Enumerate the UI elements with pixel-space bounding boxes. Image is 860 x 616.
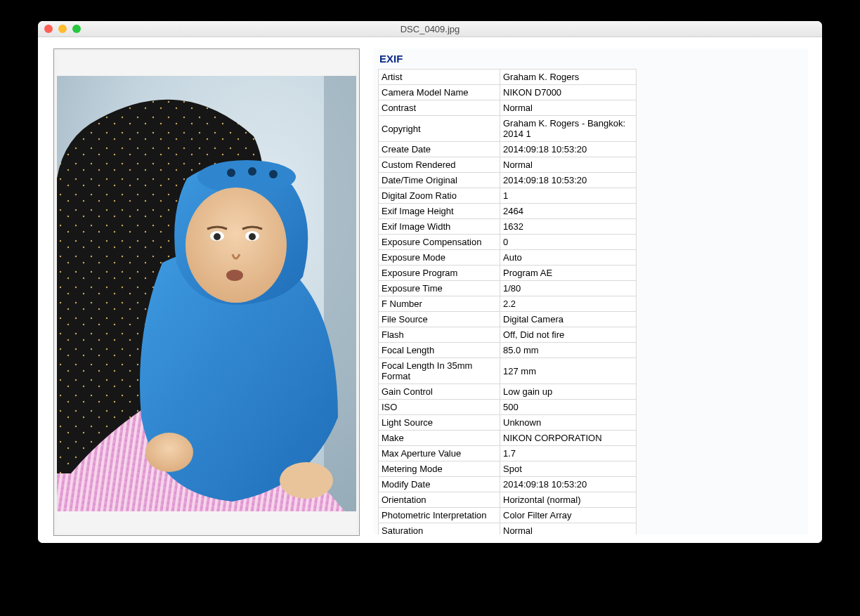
svg-point-18: [145, 433, 193, 472]
table-row: Exposure ModeAuto: [379, 250, 637, 266]
titlebar[interactable]: DSC_0409.jpg: [38, 21, 822, 37]
exif-value: Off, Did not fire: [500, 327, 637, 343]
table-row: F Number2.2: [379, 296, 637, 312]
exif-key: Custom Rendered: [379, 157, 500, 173]
exif-key: Metering Mode: [379, 461, 500, 477]
app-window: DSC_0409.jpg: [38, 21, 822, 543]
exif-key: ISO: [379, 400, 500, 415]
minimize-icon[interactable]: [58, 25, 67, 33]
exif-value: Graham K. Rogers - Bangkok: 2014 1: [500, 116, 637, 142]
exif-key: Gain Control: [379, 384, 500, 400]
table-row: Create Date2014:09:18 10:53:20: [379, 142, 637, 157]
svg-point-15: [214, 233, 221, 240]
window-title: DSC_0409.jpg: [38, 24, 822, 34]
table-row: Custom RenderedNormal: [379, 157, 637, 173]
table-row: Max Aperture Value1.7: [379, 446, 637, 461]
table-row: Exif Image Width1632: [379, 219, 637, 235]
table-row: SaturationNormal: [379, 523, 637, 535]
table-row: Modify Date2014:09:18 10:53:20: [379, 477, 637, 492]
exif-key: Flash: [379, 327, 500, 343]
table-row: Gain ControlLow gain up: [379, 384, 637, 400]
table-row: Metering ModeSpot: [379, 461, 637, 477]
exif-key: Focal Length: [379, 343, 500, 358]
exif-key: Make: [379, 431, 500, 446]
exif-value: Color Filter Array: [500, 508, 637, 523]
exif-key: Orientation: [379, 492, 500, 508]
exif-key: Date/Time Original: [379, 173, 500, 188]
exif-key: Exposure Compensation: [379, 235, 500, 250]
exif-key: Digital Zoom Ratio: [379, 188, 500, 204]
exif-key: Artist: [379, 70, 500, 85]
zoom-icon[interactable]: [72, 25, 81, 33]
exif-key: Light Source: [379, 415, 500, 431]
table-row: Light SourceUnknown: [379, 415, 637, 431]
exif-value: 1.7: [500, 446, 637, 461]
svg-point-19: [280, 462, 333, 499]
table-row: Exposure Compensation0: [379, 235, 637, 250]
exif-value: 0: [500, 235, 637, 250]
exif-value: Normal: [500, 523, 637, 535]
table-row: OrientationHorizontal (normal): [379, 492, 637, 508]
exif-value: NIKON D7000: [500, 85, 637, 100]
exif-value: Horizontal (normal): [500, 492, 637, 508]
svg-point-11: [269, 170, 278, 178]
table-row: Exposure ProgramProgram AE: [379, 266, 637, 281]
exif-value: 2.2: [500, 296, 637, 312]
svg-point-12: [185, 188, 287, 303]
exif-value: 2014:09:18 10:53:20: [500, 173, 637, 188]
exif-key: Photometric Interpretation: [379, 508, 500, 523]
svg-point-10: [248, 167, 256, 176]
table-row: File SourceDigital Camera: [379, 312, 637, 327]
exif-value: Program AE: [500, 266, 637, 281]
exif-key: Exposure Program: [379, 266, 500, 281]
exif-value: Low gain up: [500, 384, 637, 400]
table-row: CopyrightGraham K. Rogers - Bangkok: 201…: [379, 116, 637, 142]
svg-point-16: [249, 233, 256, 240]
table-row: Focal Length In 35mm Format127 mm: [379, 358, 637, 384]
exif-key: Modify Date: [379, 477, 500, 492]
exif-key: F Number: [379, 296, 500, 312]
image-preview-pane: [53, 48, 360, 535]
exif-key: File Source: [379, 312, 500, 327]
exif-value: 2014:09:18 10:53:20: [500, 477, 637, 492]
exif-key: Exif Image Height: [379, 204, 500, 219]
exif-panel: EXIF ArtistGraham K. RogersCamera Model …: [374, 48, 808, 535]
table-row: Date/Time Original2014:09:18 10:53:20: [379, 173, 637, 188]
exif-key: Camera Model Name: [379, 85, 500, 100]
exif-value: Graham K. Rogers: [500, 70, 637, 85]
exif-key: Saturation: [379, 523, 500, 535]
table-row: Photometric InterpretationColor Filter A…: [379, 508, 637, 523]
table-row: ContrastNormal: [379, 100, 637, 116]
table-row: FlashOff, Did not fire: [379, 327, 637, 343]
table-row: Exposure Time1/80: [379, 281, 637, 296]
exif-value: 1632: [500, 219, 637, 235]
exif-value: 2014:09:18 10:53:20: [500, 142, 637, 157]
table-row: Camera Model NameNIKON D7000: [379, 85, 637, 100]
exif-value: 2464: [500, 204, 637, 219]
table-row: MakeNIKON CORPORATION: [379, 431, 637, 446]
exif-key: Create Date: [379, 142, 500, 157]
exif-value: NIKON CORPORATION: [500, 431, 637, 446]
exif-value: Spot: [500, 461, 637, 477]
exif-key: Exposure Mode: [379, 250, 500, 266]
exif-value: 500: [500, 400, 637, 415]
exif-key: Copyright: [379, 116, 500, 142]
exif-value: Normal: [500, 100, 637, 116]
table-row: ISO500: [379, 400, 637, 415]
svg-rect-7: [324, 76, 356, 511]
exif-key: Contrast: [379, 100, 500, 116]
exif-heading: EXIF: [378, 51, 804, 69]
exif-value: 1: [500, 188, 637, 204]
table-row: Digital Zoom Ratio1: [379, 188, 637, 204]
exif-key: Exposure Time: [379, 281, 500, 296]
exif-value: Unknown: [500, 415, 637, 431]
exif-value: Digital Camera: [500, 312, 637, 327]
svg-point-9: [227, 169, 235, 177]
exif-value: 1/80: [500, 281, 637, 296]
close-icon[interactable]: [44, 25, 53, 33]
exif-value: 85.0 mm: [500, 343, 637, 358]
content-area: EXIF ArtistGraham K. RogersCamera Model …: [38, 37, 822, 543]
image-frame: [53, 48, 360, 536]
table-row: Exif Image Height2464: [379, 204, 637, 219]
photo-image: [57, 52, 356, 532]
